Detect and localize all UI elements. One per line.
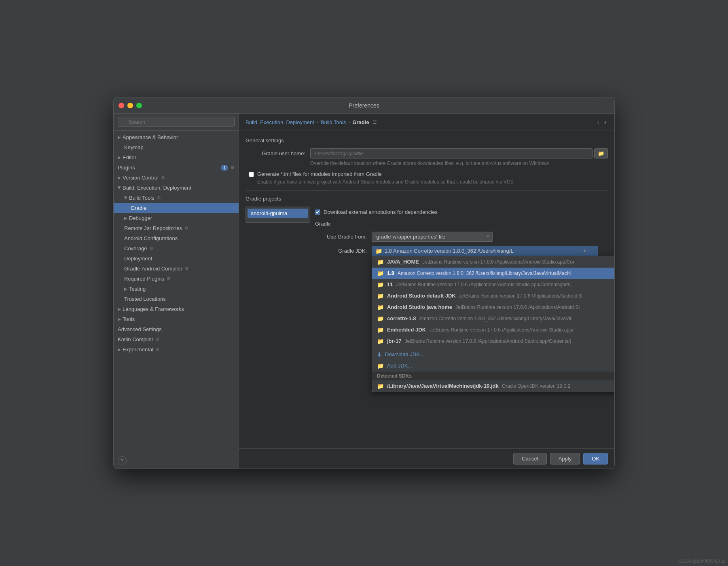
add-jdk-label: Add JDK... bbox=[387, 363, 412, 369]
download-annotations-checkbox[interactable] bbox=[315, 209, 320, 215]
breadcrumb-build-exec[interactable]: Build, Execution, Deployment bbox=[245, 119, 314, 125]
sidebar-item-coverage[interactable]: Coverage ⚙ bbox=[114, 243, 239, 253]
user-home-input-group: 📁 bbox=[310, 148, 608, 158]
gear-icon: ⚙ bbox=[185, 266, 189, 271]
jdk-path: JetBrains Runtime version 17.0.6 /Applic… bbox=[455, 304, 580, 310]
use-gradle-select[interactable]: 'gradle-wrapper.properties' file bbox=[372, 232, 493, 242]
maximize-button[interactable] bbox=[136, 103, 142, 108]
expand-icon: ▶ bbox=[118, 317, 121, 321]
jdk-option-jdk-19[interactable]: 📁 /Library/Java/JavaVirtualMachines/jdk-… bbox=[372, 380, 614, 392]
nav-forward-arrow[interactable]: › bbox=[603, 118, 608, 127]
folder-icon: 📁 bbox=[377, 383, 384, 389]
dropdown-arrow-icon: ▼ bbox=[583, 249, 586, 253]
sidebar-item-deployment[interactable]: Deployment bbox=[114, 253, 239, 264]
download-icon: ⬇ bbox=[377, 351, 382, 358]
use-gradle-row: Use Gradle from: 'gradle-wrapper.propert… bbox=[315, 232, 608, 242]
jdk-version-info: Oracle OpenJDK version 19.0.2 bbox=[502, 383, 570, 389]
jdk-option-java-home[interactable]: 📁 JAVA_HOME JetBrains Runtime version 17… bbox=[372, 256, 614, 268]
jdk-version: Android Studio java home bbox=[387, 304, 452, 310]
sidebar-item-label: Editor bbox=[123, 154, 136, 161]
sidebar-item-languages[interactable]: ▶ Languages & Frameworks bbox=[114, 304, 239, 314]
cancel-button[interactable]: Cancel bbox=[513, 453, 546, 465]
general-settings-title: General settings bbox=[245, 137, 608, 144]
user-home-input[interactable] bbox=[310, 148, 593, 158]
search-input[interactable] bbox=[118, 117, 235, 127]
sidebar-item-trusted-locations[interactable]: Trusted Locations bbox=[114, 294, 239, 304]
download-jdk-item[interactable]: ⬇ Download JDK... bbox=[372, 349, 614, 360]
add-jdk-item[interactable]: 📁 Add JDK... bbox=[372, 360, 614, 372]
jdk-path: JetBrains Runtime version 17.0.6 /Applic… bbox=[459, 293, 582, 299]
jdk-option-embedded[interactable]: 📁 Embedded JDK JetBrains Runtime version… bbox=[372, 324, 614, 336]
jdk-option-as-java-home[interactable]: 📁 Android Studio java home JetBrains Run… bbox=[372, 302, 614, 313]
sidebar-item-label: Tools bbox=[123, 316, 135, 322]
minimize-button[interactable] bbox=[127, 103, 133, 108]
settings-column: Download external annotations for depend… bbox=[315, 207, 608, 258]
gear-icon: ⚙ bbox=[156, 337, 160, 342]
jdk-version: jbr-17 bbox=[387, 338, 401, 344]
sidebar-item-testing[interactable]: ▶ Testing bbox=[114, 284, 239, 294]
sidebar-item-advanced-settings[interactable]: Advanced Settings bbox=[114, 324, 239, 334]
breadcrumb-separator: › bbox=[348, 119, 350, 125]
sidebar-item-label: Appearance & Behavior bbox=[123, 134, 178, 140]
ok-button[interactable]: OK bbox=[583, 453, 608, 465]
sidebar-item-label: Gradle bbox=[131, 205, 146, 211]
breadcrumb-build-tools[interactable]: Build Tools bbox=[321, 119, 346, 125]
sidebar-item-keymap[interactable]: Keymap bbox=[114, 142, 239, 152]
jdk-separator bbox=[372, 348, 614, 348]
jdk-path: Amazon Corretto version 1.8.0_362 /Users… bbox=[419, 316, 572, 321]
sidebar-item-kotlin-compiler[interactable]: Kotlin Compiler ⚙ bbox=[114, 334, 239, 344]
sidebar-item-label: Kotlin Compiler bbox=[118, 336, 153, 342]
jdk-dropdown-container: 📁 1.8 Amazon Corretto version 1.8.0_362 … bbox=[372, 246, 598, 256]
sidebar-footer: ? bbox=[114, 453, 239, 469]
jdk-option-corretto-1-8[interactable]: 📁 corretto-1.8 Amazon Corretto version 1… bbox=[372, 313, 614, 324]
sidebar-item-label: Testing bbox=[129, 286, 146, 292]
sidebar-item-required-plugins[interactable]: Required Plugins ⚙ bbox=[114, 274, 239, 284]
expand-icon: ▶ bbox=[118, 175, 121, 180]
jdk-version: JAVA_HOME bbox=[387, 259, 419, 265]
projects-list: android-gpuima bbox=[245, 207, 310, 223]
close-button[interactable] bbox=[119, 103, 124, 108]
sidebar-item-gradle-android[interactable]: Gradle-Android Compiler ⚙ bbox=[114, 264, 239, 274]
folder-icon: 📁 bbox=[377, 315, 384, 322]
expand-icon: ▶ bbox=[118, 307, 121, 311]
jdk-option-jbr-17[interactable]: 📁 jbr-17 JetBrains Runtime version 17.0.… bbox=[372, 336, 614, 347]
jdk-version: Embedded JDK bbox=[387, 327, 426, 333]
sidebar-item-build-tools[interactable]: ▶ Build Tools ⚙ bbox=[114, 193, 239, 203]
sidebar-item-label: Languages & Frameworks bbox=[123, 306, 184, 312]
help-button[interactable]: ? bbox=[118, 456, 127, 465]
nav-back-arrow[interactable]: ‹ bbox=[595, 118, 601, 127]
download-jdk-label: Download JDK... bbox=[385, 351, 424, 357]
apply-button[interactable]: Apply bbox=[550, 453, 580, 465]
generate-iml-label: Generate *.iml files for modules importe… bbox=[257, 171, 382, 177]
use-gradle-select-wrapper: 'gradle-wrapper.properties' file bbox=[372, 232, 493, 242]
jdk-selected-display[interactable]: 📁 1.8 Amazon Corretto version 1.8.0_362 … bbox=[372, 246, 598, 256]
sidebar-item-label: Advanced Settings bbox=[118, 326, 161, 332]
sidebar-item-editor[interactable]: ▶ Editor bbox=[114, 152, 239, 163]
sidebar-item-debugger[interactable]: ▶ Debugger bbox=[114, 213, 239, 223]
jdk-option-1-8-corretto[interactable]: 📁 1.8 Amazon Corretto version 1.8.0_362 … bbox=[372, 268, 614, 279]
sidebar-item-gradle[interactable]: Gradle bbox=[114, 203, 239, 213]
sidebar-item-experimental[interactable]: ▶ Experimental ⚙ bbox=[114, 344, 239, 355]
gradle-projects-title: Gradle projects bbox=[245, 196, 608, 202]
gear-icon: ⚙ bbox=[149, 246, 153, 251]
project-item[interactable]: android-gpuima bbox=[248, 209, 308, 218]
jdk-option-11[interactable]: 📁 11 JetBrains Runtime version 17.0.6 /A… bbox=[372, 279, 614, 290]
jdk-version: Android Studio default JDK bbox=[387, 293, 456, 299]
generate-iml-checkbox[interactable] bbox=[249, 172, 254, 177]
sidebar-item-android-configs[interactable]: Android Configurations bbox=[114, 233, 239, 243]
sidebar-item-remote-jar[interactable]: Remote Jar Repositories ⚙ bbox=[114, 223, 239, 233]
panel-content: General settings Gradle user home: 📁 Ove… bbox=[239, 131, 614, 448]
expand-icon: ▶ bbox=[124, 287, 127, 291]
sidebar-item-build-exec[interactable]: ▶ Build, Execution, Deployment bbox=[114, 183, 239, 193]
user-home-folder-button[interactable]: 📁 bbox=[594, 148, 608, 158]
sidebar-item-version-control[interactable]: ▶ Version Control ⚙ bbox=[114, 173, 239, 183]
sidebar-item-appearance[interactable]: ▶ Appearance & Behavior bbox=[114, 132, 239, 142]
jdk-dropdown-open: 📁 JAVA_HOME JetBrains Runtime version 17… bbox=[372, 256, 614, 392]
search-wrapper: 🔍 bbox=[118, 117, 235, 127]
sidebar-item-tools[interactable]: ▶ Tools bbox=[114, 314, 239, 324]
sidebar-item-plugins[interactable]: Plugins 1 ⚙ bbox=[114, 163, 239, 173]
sidebar-item-label: Build, Execution, Deployment bbox=[123, 185, 191, 191]
breadcrumb-menu-icon[interactable]: ☰ bbox=[372, 119, 377, 125]
jdk-option-as-default[interactable]: 📁 Android Studio default JDK JetBrains R… bbox=[372, 290, 614, 302]
folder-icon: 📁 bbox=[377, 270, 384, 277]
